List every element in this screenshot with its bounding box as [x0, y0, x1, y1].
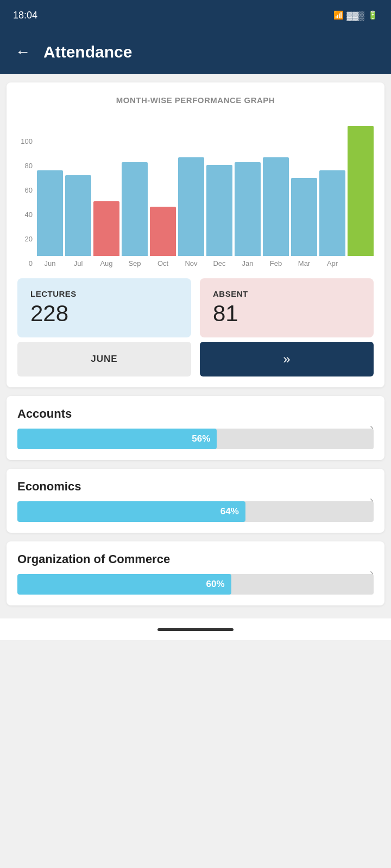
- bar-jun: [37, 126, 63, 256]
- x-axis: Jun Jul Aug Sep Oct Nov Dec Jan Feb Mar …: [37, 259, 374, 267]
- wifi-icon: 📶: [333, 10, 344, 20]
- lectures-label: LECTURES: [30, 289, 178, 298]
- chart-title: MONTH-WISE PERFORMANCE GRAPH: [17, 95, 374, 105]
- bar-jan: [235, 126, 261, 256]
- header: ← Attendance: [0, 30, 391, 74]
- progress-bar-bg: 56%: [17, 429, 374, 449]
- absent-card: ABSENT 81: [200, 278, 374, 337]
- lectures-card: LECTURES 228: [17, 278, 191, 337]
- bar-apr2: [348, 126, 374, 256]
- progress-bar-fill: 60%: [17, 574, 231, 595]
- status-bar: 18:04 📶 ▓▓▒ 🔋: [0, 0, 391, 30]
- subject-card-org-commerce[interactable]: › Organization of Commerce 60%: [7, 541, 384, 605]
- bar-aug: [93, 126, 119, 256]
- progress-bar-fill: 56%: [17, 429, 217, 449]
- battery-icon: 🔋: [368, 10, 378, 20]
- progress-pct: 60%: [206, 579, 225, 590]
- month-button[interactable]: JUNE: [17, 342, 191, 376]
- subject-card-economics[interactable]: › Economics 64%: [7, 469, 384, 533]
- controls-row: JUNE »: [17, 342, 374, 376]
- subject-card-accounts[interactable]: › Accounts 56%: [7, 396, 384, 460]
- next-button[interactable]: »: [200, 342, 374, 376]
- progress-pct: 56%: [192, 433, 210, 444]
- progress-bar-bg: 64%: [17, 501, 374, 522]
- progress-pct: 64%: [220, 506, 239, 517]
- y-axis: 0 20 40 60 80 100: [17, 137, 37, 267]
- subject-name: Organization of Commerce: [17, 552, 374, 566]
- subject-name: Accounts: [17, 407, 374, 421]
- bar-feb: [263, 126, 289, 256]
- progress-bar-bg: 60%: [17, 574, 374, 595]
- bar-apr1: [319, 126, 345, 256]
- home-indicator: [157, 628, 234, 631]
- bars-row: [37, 126, 374, 256]
- chart-card: MONTH-WISE PERFORMANCE GRAPH 0 20 40 60 …: [7, 82, 384, 387]
- chart-area: Jun Jul Aug Sep Oct Nov Dec Jan Feb Mar …: [37, 126, 374, 267]
- back-button[interactable]: ←: [15, 43, 30, 61]
- page-title: Attendance: [43, 43, 132, 61]
- next-icon: »: [283, 352, 290, 367]
- bar-chart: 0 20 40 60 80 100: [17, 116, 374, 267]
- bar-jul: [65, 126, 91, 256]
- absent-value: 81: [213, 301, 361, 327]
- lectures-value: 228: [30, 301, 178, 327]
- signal-icon: ▓▓▒: [347, 11, 365, 20]
- status-icons: 📶 ▓▓▒ 🔋: [333, 10, 379, 20]
- subject-name: Economics: [17, 480, 374, 494]
- stats-row: LECTURES 228 ABSENT 81: [17, 278, 374, 337]
- bar-dec: [206, 126, 232, 256]
- bottom-bar: [0, 618, 391, 640]
- main-content: MONTH-WISE PERFORMANCE GRAPH 0 20 40 60 …: [0, 74, 391, 614]
- status-time: 18:04: [13, 10, 37, 21]
- bar-nov: [178, 126, 204, 256]
- bar-mar: [291, 126, 317, 256]
- absent-label: ABSENT: [213, 289, 361, 298]
- bar-oct: [150, 126, 176, 256]
- progress-bar-fill: 64%: [17, 501, 245, 522]
- bar-sep: [122, 126, 148, 256]
